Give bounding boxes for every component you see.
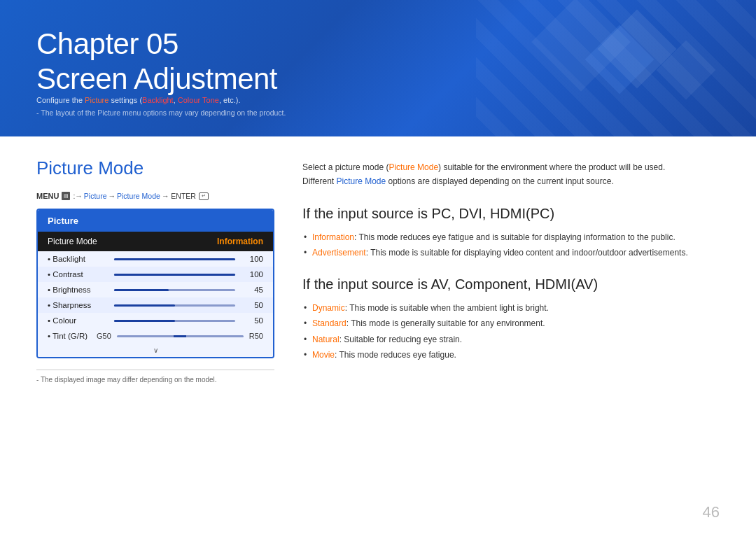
backlight-row[interactable]: • Backlight 100 bbox=[38, 251, 273, 267]
picture-mode-label: Picture Mode bbox=[48, 237, 97, 246]
list-item: Dynamic: This mode is suitable when the … bbox=[302, 302, 720, 315]
chevron-down-icon: ∨ bbox=[153, 346, 158, 354]
header-note: The layout of the Picture menu options m… bbox=[36, 108, 720, 117]
panel-header: Picture bbox=[38, 210, 273, 232]
left-column: Picture Mode MENU ▤ :→ Picture → Picture… bbox=[36, 157, 274, 520]
intro-text: Select a picture mode (Picture Mode) sui… bbox=[302, 160, 720, 189]
menu-icon: MENU ▤ bbox=[36, 192, 71, 200]
picture-panel: Picture Picture Mode Information • Backl… bbox=[36, 209, 274, 358]
contrast-row[interactable]: • Contrast 100 bbox=[38, 267, 273, 282]
contrast-value: 100 bbox=[242, 270, 263, 279]
av-bullet-list: Dynamic: This mode is suitable when the … bbox=[302, 302, 720, 362]
tint-row[interactable]: • Tint (G/R) G50 R50 bbox=[38, 328, 273, 344]
colour-slider[interactable] bbox=[114, 320, 235, 322]
av-section-title: If the input source is AV, Component, HD… bbox=[302, 275, 720, 293]
brightness-row[interactable]: • Brightness 45 bbox=[38, 282, 273, 297]
chapter-line1: Chapter 05 bbox=[36, 27, 178, 60]
brightness-value: 45 bbox=[242, 286, 263, 294]
section-title: Picture Mode bbox=[36, 157, 274, 179]
tint-slider[interactable] bbox=[117, 335, 244, 337]
header-sub: Configure the Picture settings (Backligh… bbox=[36, 96, 720, 117]
colour-value: 50 bbox=[242, 316, 263, 325]
backlight-value: 100 bbox=[242, 255, 263, 263]
list-item: Natural: Suitable for reducing eye strai… bbox=[302, 333, 720, 346]
backlight-slider[interactable] bbox=[114, 258, 235, 260]
configure-text: Configure the Picture settings (Backligh… bbox=[36, 96, 720, 104]
sharpness-row[interactable]: • Sharpness 50 bbox=[38, 297, 273, 313]
picture-mode-row[interactable]: Picture Mode Information bbox=[38, 232, 273, 251]
header-banner: Chapter 05 Screen Adjustment Configure t… bbox=[0, 0, 756, 136]
picture-mode-value: Information bbox=[217, 237, 263, 246]
tint-label: • Tint (G/R) bbox=[48, 332, 97, 340]
list-item: Standard: This mode is generally suitabl… bbox=[302, 317, 720, 330]
sharpness-value: 50 bbox=[242, 301, 263, 309]
main-content: Picture Mode MENU ▤ :→ Picture → Picture… bbox=[0, 136, 756, 534]
menu-path: MENU ▤ :→ Picture → Picture Mode → ENTER… bbox=[36, 192, 274, 200]
backlight-label: • Backlight bbox=[48, 255, 107, 263]
list-item: Advertisement: This mode is suitable for… bbox=[302, 246, 720, 260]
list-item: Information: This mode reduces eye fatig… bbox=[302, 231, 720, 244]
brightness-label: • Brightness bbox=[48, 286, 107, 294]
tint-g-value: G50 bbox=[97, 332, 111, 340]
list-item: Movie: This mode reduces eye fatigue. bbox=[302, 349, 720, 362]
right-column: Select a picture mode (Picture Mode) sui… bbox=[302, 157, 720, 520]
sharpness-slider[interactable] bbox=[114, 304, 235, 307]
colour-row[interactable]: • Colour 50 bbox=[38, 313, 273, 328]
tint-r-value: R50 bbox=[249, 332, 263, 340]
contrast-label: • Contrast bbox=[48, 270, 107, 279]
footnote: The displayed image may differ depending… bbox=[36, 376, 274, 384]
footnote-divider bbox=[36, 370, 274, 370]
sharpness-label: • Sharpness bbox=[48, 301, 107, 309]
panel-chevron[interactable]: ∨ bbox=[38, 344, 273, 357]
colour-label: • Colour bbox=[48, 316, 107, 325]
chapter-title: Chapter 05 Screen Adjustment bbox=[36, 27, 277, 97]
chapter-line2: Screen Adjustment bbox=[36, 62, 277, 95]
pc-section-title: If the input source is PC, DVI, HDMI(PC) bbox=[302, 204, 720, 223]
header-text-block: Chapter 05 Screen Adjustment bbox=[36, 27, 277, 97]
brightness-slider[interactable] bbox=[114, 289, 235, 291]
enter-icon: ↵ bbox=[199, 192, 209, 200]
contrast-slider[interactable] bbox=[114, 274, 235, 276]
pc-bullet-list: Information: This mode reduces eye fatig… bbox=[302, 231, 720, 260]
page-number: 46 bbox=[703, 503, 720, 521]
